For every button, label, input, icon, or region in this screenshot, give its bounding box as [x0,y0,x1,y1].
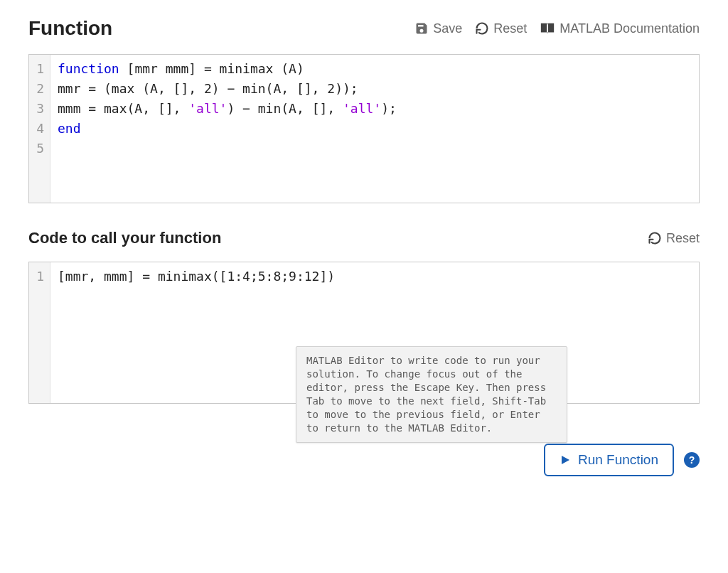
function-toolbar: Save Reset MATLAB Documentation [414,21,700,36]
caller-reset-button[interactable]: Reset [648,231,700,246]
save-label: Save [433,21,462,36]
save-icon [414,21,429,36]
function-editor[interactable]: 12345 function [mmr mmm] = minimax (A)mm… [28,54,700,203]
save-button[interactable]: Save [414,21,462,36]
run-label: Run Function [578,452,658,468]
help-button[interactable]: ? [684,452,700,468]
caller-editor[interactable]: 1 [mmr, mmm] = minimax([1:4;5:8;9:12]) M… [28,262,700,404]
docs-button[interactable]: MATLAB Documentation [540,21,700,36]
play-icon [560,454,571,466]
function-heading: Function [28,17,112,40]
caller-reset-label: Reset [666,231,700,246]
reset-button[interactable]: Reset [475,21,527,36]
caller-heading: Code to call your function [28,229,221,247]
caller-toolbar: Reset [648,231,700,246]
reset-label: Reset [493,21,527,36]
code-area[interactable]: function [mmr mmm] = minimax (A)mmr = (m… [50,55,699,203]
line-gutter: 12345 [29,55,50,203]
line-gutter: 1 [29,262,50,403]
book-icon [540,21,555,36]
run-row: Run Function ? [28,444,700,476]
caller-section-header: Code to call your function Reset [28,229,700,247]
editor-tooltip: MATLAB Editor to write code to run your … [296,346,567,443]
reset-icon [648,231,662,245]
function-section-header: Function Save Reset MATLAB Documentation [28,17,700,40]
run-function-button[interactable]: Run Function [544,444,674,476]
reset-icon [475,21,489,36]
docs-label: MATLAB Documentation [560,21,700,36]
